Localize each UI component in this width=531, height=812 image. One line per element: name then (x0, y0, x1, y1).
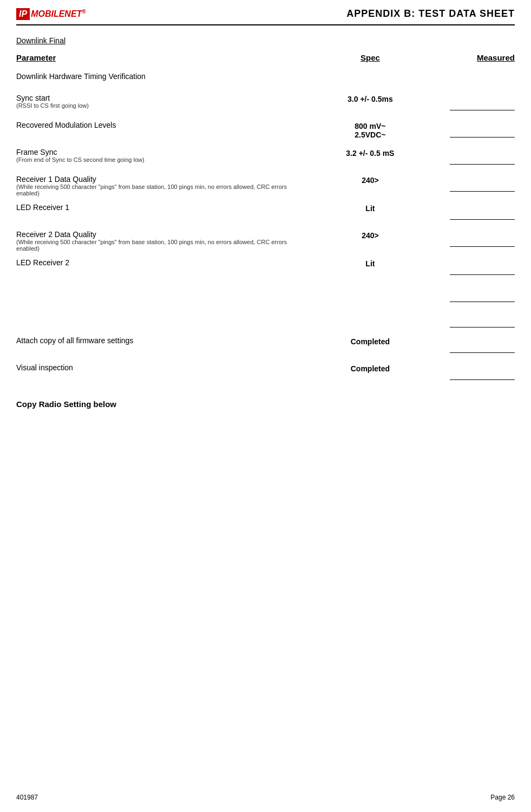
row-measured-spacer1 (425, 285, 515, 304)
row-param-led-receiver2: LED Receiver 2 (16, 258, 316, 267)
row-param-led-receiver1: LED Receiver 1 (16, 203, 316, 212)
table-row: Visual inspection Completed (16, 359, 515, 386)
measure-line (450, 164, 515, 165)
receiver1-quality-label: Receiver 1 Data Quality (16, 175, 307, 184)
doc-number: 401987 (16, 794, 38, 801)
receiver2-quality-sublabel: (While receiving 500 character "pings" f… (16, 239, 307, 252)
row-measured-led-receiver1 (425, 203, 515, 222)
header-title-area: APPENDIX B: TEST DATA SHEET (86, 8, 515, 19)
firmware-label: Attach copy of all firmware settings (16, 336, 307, 345)
row-param-visual: Visual inspection (16, 363, 316, 372)
copy-radio-label: Copy Radio Setting below (16, 400, 515, 409)
page-header: IPMOBILENET® APPENDIX B: TEST DATA SHEET (16, 8, 515, 25)
row-spec-receiver2-quality: 240> (316, 230, 425, 240)
row-measured-spacer2 (425, 311, 515, 330)
measure-line (450, 302, 515, 302)
row-measured-recovered-mod (425, 121, 515, 140)
row-spec-firmware: Completed (316, 336, 425, 346)
measure-line (450, 379, 515, 380)
row-param-recovered-mod: Recovered Modulation Levels (16, 121, 316, 129)
frame-sync-label: Frame Sync (16, 148, 307, 156)
page-container: IPMOBILENET® APPENDIX B: TEST DATA SHEET… (0, 0, 531, 812)
page-number: Page 26 (490, 794, 515, 801)
measure-line (450, 327, 515, 328)
row-param-receiver2-quality: Receiver 2 Data Quality (While receiving… (16, 230, 316, 252)
table-row: Frame Sync (From end of Sync to CS secon… (16, 143, 515, 171)
section-title: Downlink Final (16, 36, 515, 45)
column-headers: Parameter Spec Measured (16, 53, 515, 62)
measure-line (450, 137, 515, 137)
appendix-title: APPENDIX B: TEST DATA SHEET (346, 8, 515, 19)
frame-sync-sublabel: (From end of Sync to CS second time goin… (16, 156, 307, 163)
row-spec-hardware-timing (316, 72, 425, 73)
logo-area: IPMOBILENET® (16, 8, 86, 20)
measure-line (450, 274, 515, 275)
table-row: Recovered Modulation Levels 800 mV~2.5VD… (16, 116, 515, 143)
table-row (16, 306, 515, 332)
table-row: Downlink Hardware Timing Verification (16, 68, 515, 89)
led-receiver2-label: LED Receiver 2 (16, 258, 307, 267)
row-measured-visual (425, 363, 515, 382)
row-spec-sync-start: 3.0 +/- 0.5ms (316, 94, 425, 103)
row-spec-led-receiver2: Lit (316, 258, 425, 268)
row-measured-receiver1-quality (425, 175, 515, 194)
table-row: Receiver 2 Data Quality (While receiving… (16, 226, 515, 254)
row-param-sync-start: Sync start (RSSI to CS first going low) (16, 94, 316, 109)
table-area: Downlink Hardware Timing Verification Sy… (16, 68, 515, 386)
row-param-receiver1-quality: Receiver 1 Data Quality (While receiving… (16, 175, 316, 197)
row-measured-led-receiver2 (425, 258, 515, 277)
table-row: LED Receiver 1 Lit (16, 199, 515, 226)
row-spec-spacer2 (316, 311, 425, 312)
sync-start-label: Sync start (16, 94, 307, 102)
row-spec-receiver1-quality: 240> (316, 175, 425, 185)
receiver2-quality-label: Receiver 2 Data Quality (16, 230, 307, 239)
visual-label: Visual inspection (16, 363, 307, 372)
row-measured-receiver2-quality (425, 230, 515, 249)
table-row (16, 281, 515, 306)
row-param-hardware-timing: Downlink Hardware Timing Verification (16, 72, 316, 81)
row-measured-firmware (425, 336, 515, 355)
measure-line (450, 246, 515, 247)
led-receiver1-label: LED Receiver 1 (16, 203, 307, 212)
table-row: Sync start (RSSI to CS first going low) … (16, 89, 515, 116)
logo-ip: IP (16, 8, 30, 20)
table-row: Receiver 1 Data Quality (While receiving… (16, 171, 515, 199)
measure-line (450, 219, 515, 220)
recovered-mod-label: Recovered Modulation Levels (16, 121, 307, 129)
receiver1-quality-sublabel: (While receiving 500 character "pings" f… (16, 184, 307, 197)
measure-line (450, 191, 515, 192)
col-header-measured: Measured (425, 53, 515, 62)
row-param-firmware: Attach copy of all firmware settings (16, 336, 316, 345)
sync-start-sublabel: (RSSI to CS first going low) (16, 102, 307, 109)
row-param-frame-sync: Frame Sync (From end of Sync to CS secon… (16, 148, 316, 163)
measure-line (450, 352, 515, 353)
logo-mobilenet: MOBILENET® (31, 9, 86, 19)
row-measured-sync-start (425, 94, 515, 113)
row-spec-led-receiver1: Lit (316, 203, 425, 213)
page-footer: 401987 Page 26 (16, 794, 515, 801)
hardware-timing-label: Downlink Hardware Timing Verification (16, 72, 146, 81)
row-spec-recovered-mod: 800 mV~2.5VDC~ (316, 121, 425, 139)
row-spec-frame-sync: 3.2 +/- 0.5 mS (316, 148, 425, 158)
col-header-parameter: Parameter (16, 53, 316, 62)
measure-line (450, 110, 515, 110)
table-row: LED Receiver 2 Lit (16, 254, 515, 281)
row-measured-hardware-timing (425, 72, 515, 74)
col-header-spec: Spec (316, 53, 425, 62)
logo: IPMOBILENET® (16, 8, 86, 20)
row-spec-spacer1 (316, 285, 425, 286)
row-spec-visual: Completed (316, 363, 425, 373)
table-row: Attach copy of all firmware settings Com… (16, 332, 515, 359)
row-measured-frame-sync (425, 148, 515, 167)
